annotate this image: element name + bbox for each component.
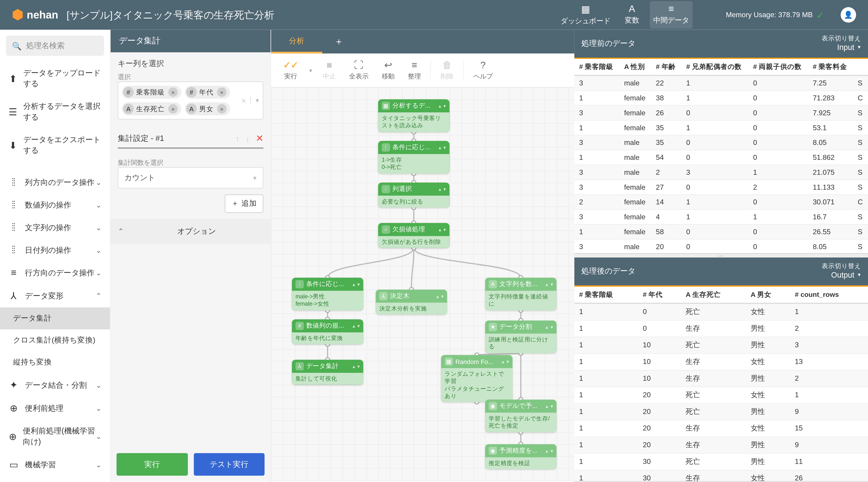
sidebar-group[interactable]: ⅄データ変形⌃ xyxy=(0,284,110,307)
table-row[interactable]: 10死亡女性1 xyxy=(575,303,868,320)
flow-canvas[interactable]: ▦分析するデ...▴▾タイタニック号乗客リストを読み込み⦙条件に応じ...▴▾1… xyxy=(271,88,574,482)
table-row[interactable]: 130生存女性26 xyxy=(575,470,868,481)
table-row[interactable]: 1female351053.1S xyxy=(575,120,868,135)
search-input[interactable]: 🔍 処理名検索 xyxy=(6,36,104,56)
table-row[interactable]: 3female41116.7S xyxy=(575,209,868,224)
col-header[interactable]: # 両親子供の数 xyxy=(748,59,808,75)
flow-node[interactable]: ▦Random Fo...▴▾ランダムフォレストで学習パラメタチューニングあり xyxy=(441,355,513,402)
flow-node[interactable]: ▦分析するデ...▴▾タイタニック号乗客リストを読み込み xyxy=(378,99,450,132)
data-before-table[interactable]: # 乗客階級A 性別# 年齢# 兄弟配偶者の数# 両親子供の数# 乗客料金3ma… xyxy=(575,59,868,253)
flow-node[interactable]: #数値列の規...▴▾年齢を年代に変換 xyxy=(292,319,363,344)
table-row[interactable]: 3female26007.925S xyxy=(575,106,868,120)
col-header[interactable]: # count_rows xyxy=(790,286,868,303)
table-row[interactable]: 1male540051.862S xyxy=(575,150,868,165)
header-btn-中間データ[interactable]: ≡中間データ xyxy=(650,1,692,29)
sidebar-group[interactable]: ⦙⦙列方向のデータ操作⌄ xyxy=(0,171,110,194)
run-button[interactable]: 実行 xyxy=(117,453,188,476)
remove-chip-icon[interactable]: × xyxy=(217,88,226,97)
col-header[interactable]: A 性別 xyxy=(619,59,651,75)
remove-chip-icon[interactable]: × xyxy=(168,104,178,114)
chips-dropdown-icon[interactable]: ▾ xyxy=(250,96,259,104)
sidebar-action[interactable]: ⬆データをアップロードする xyxy=(0,62,110,95)
key-chip[interactable]: A生存死亡× xyxy=(122,102,181,115)
input-output-select[interactable]: Output▾ xyxy=(831,270,861,280)
col-header[interactable]: # 年代 xyxy=(638,286,681,303)
toolbar-arrange[interactable]: ≡整理 xyxy=(402,57,427,83)
flow-node[interactable]: ○欠損値処理▴▾欠損値がある行を削除 xyxy=(378,223,450,248)
toolbar-help[interactable]: ?ヘルプ xyxy=(467,57,499,83)
header-btn-ダッシュボード[interactable]: ▦ダッシュボード xyxy=(557,1,614,29)
flow-node[interactable]: ◉予測精度を...▴▾推定精度を検証 xyxy=(485,444,557,469)
key-chip[interactable]: A男女× xyxy=(185,102,230,115)
flow-node[interactable]: ⦙列選択▴▾必要な列に絞る xyxy=(378,182,450,208)
key-col-chips[interactable]: #乗客階級×#年代×A生存死亡×A男女× × ▾ xyxy=(118,81,264,119)
sidebar-group[interactable]: ⦙⦙文字列の操作⌄ xyxy=(0,216,110,239)
col-header[interactable] xyxy=(853,59,868,75)
add-agg-button[interactable]: ＋ 追加 xyxy=(225,194,264,213)
table-row[interactable]: 2female141030.071C xyxy=(575,194,868,209)
toolbar-move[interactable]: ↩移動 xyxy=(376,57,401,83)
table-row[interactable]: 110死亡男性3 xyxy=(575,337,868,353)
move-up-icon[interactable]: ↑ xyxy=(236,133,240,143)
remove-chip-icon[interactable]: × xyxy=(217,104,226,114)
table-row[interactable]: 110生存男性2 xyxy=(575,370,868,387)
table-row[interactable]: 3male35008.05S xyxy=(575,135,868,150)
col-header[interactable]: A 生存死亡 xyxy=(681,286,746,303)
key-chip[interactable]: #年代× xyxy=(185,86,230,99)
sidebar-group[interactable]: ⦙⦙数値列の操作⌄ xyxy=(0,194,110,216)
table-row[interactable]: 3male20008.05S xyxy=(575,239,868,253)
table-row[interactable]: 3female270211.133S xyxy=(575,180,868,194)
flow-node[interactable]: ★データ分割▴▾訓練用と検証用に分ける xyxy=(485,321,557,353)
table-row[interactable]: 3male23121.075S xyxy=(575,165,868,180)
table-row[interactable]: 1female580026.55S xyxy=(575,224,868,239)
delete-section-icon[interactable]: ✕ xyxy=(256,133,264,144)
input-output-select[interactable]: Input▾ xyxy=(837,42,861,53)
flow-node[interactable]: ⦙条件に応じ...▴▾male->男性female->女性 xyxy=(292,278,363,310)
table-row[interactable]: 110生存女性13 xyxy=(575,353,868,370)
sidebar-group[interactable]: ⊕便利前処理(機械学習向け)⌄ xyxy=(0,420,110,453)
tab-analysis[interactable]: 分析 xyxy=(271,30,322,54)
sidebar-action[interactable]: ⬇データをエクスポートする xyxy=(0,128,110,162)
flow-node[interactable]: ⅄決定木▴▾決定木分析を実施 xyxy=(376,290,447,315)
header-btn-変数[interactable]: A変数 xyxy=(621,1,643,29)
toolbar-fit[interactable]: ⛶全表示 xyxy=(343,57,375,83)
test-run-button[interactable]: テスト実行 xyxy=(193,453,265,476)
flow-node[interactable]: ⦙条件に応じ...▴▾1->生存0->死亡 xyxy=(378,141,450,173)
agg-func-select[interactable]: カウント ▾ xyxy=(118,167,264,188)
remove-chip-icon[interactable]: × xyxy=(168,88,178,97)
data-after-table[interactable]: # 乗客階級# 年代A 生存死亡A 男女# count_rows10死亡女性11… xyxy=(575,286,868,481)
sidebar-group[interactable]: ≡行方向のデータ操作⌄ xyxy=(0,262,110,284)
toolbar-run[interactable]: ✓✓実行 xyxy=(277,57,305,83)
sidebar-subitem[interactable]: クロス集計(横持ち変換) xyxy=(0,329,110,351)
table-row[interactable]: 120死亡男性9 xyxy=(575,403,868,420)
col-header[interactable]: # 兄弟配偶者の数 xyxy=(681,59,748,75)
clear-chips-icon[interactable]: × xyxy=(241,96,246,105)
run-dropdown-icon[interactable]: ▾ xyxy=(306,67,316,73)
table-row[interactable]: 130死亡男性11 xyxy=(575,453,868,470)
sidebar-subitem[interactable]: データ集計 xyxy=(0,307,110,329)
table-row[interactable]: 120生存男性9 xyxy=(575,436,868,453)
col-header[interactable]: # 乗客階級 xyxy=(575,59,619,75)
key-chip[interactable]: #乗客階級× xyxy=(122,86,181,99)
resize-handle[interactable]: ⋯ xyxy=(575,254,868,258)
sidebar-action[interactable]: ☰分析するデータを選択する xyxy=(0,95,110,128)
flow-node[interactable]: A文字列を数...▴▾文字列特徴量を連続値に xyxy=(485,278,557,310)
col-header[interactable]: # 乗客階級 xyxy=(575,286,638,303)
table-row[interactable]: 1female381071.283C xyxy=(575,90,868,106)
col-header[interactable]: # 年齢 xyxy=(651,59,681,75)
table-row[interactable]: 120死亡女性1 xyxy=(575,387,868,403)
add-tab-button[interactable]: ＋ xyxy=(322,35,355,48)
col-header[interactable]: A 男女 xyxy=(746,286,790,303)
flow-node[interactable]: ⅄データ集計▴▾集計して可視化 xyxy=(292,360,363,385)
sidebar-group[interactable]: ▭機械学習⌄ xyxy=(0,453,110,476)
account-avatar[interactable]: 👤 xyxy=(841,7,856,23)
options-toggle[interactable]: ⌃ オプション xyxy=(111,219,271,244)
sidebar-group[interactable]: ⦙⦙日付列の操作⌄ xyxy=(0,239,110,262)
table-row[interactable]: 10生存男性2 xyxy=(575,320,868,337)
sidebar-group[interactable]: A自然言語処理⌄ xyxy=(0,476,110,482)
sidebar-subitem[interactable]: 縦持ち変換 xyxy=(0,351,110,373)
sidebar-group[interactable]: ⊕便利前処理⌄ xyxy=(0,396,110,420)
table-row[interactable]: 3male22107.25S xyxy=(575,75,868,90)
flow-node[interactable]: ◉モデルで予...▴▾学習したモデルで生存/死亡を推定 xyxy=(485,399,557,432)
table-row[interactable]: 120生存女性15 xyxy=(575,420,868,436)
